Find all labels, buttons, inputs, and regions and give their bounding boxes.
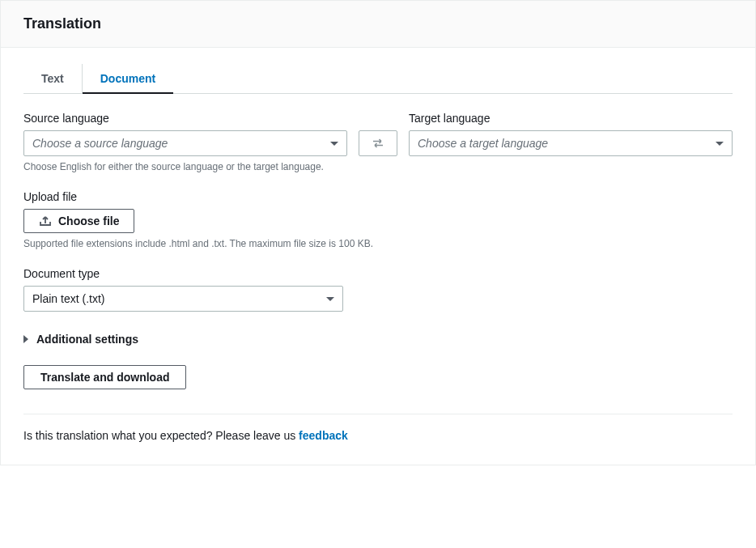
panel-header: Translation: [1, 1, 755, 48]
feedback-link[interactable]: feedback: [299, 429, 348, 442]
document-type-section: Document type Plain text (.txt): [23, 267, 733, 312]
target-language-label: Target language: [409, 112, 733, 125]
tab-text-label: Text: [41, 72, 64, 85]
swap-languages-button[interactable]: [359, 130, 397, 156]
divider: [23, 414, 733, 414]
source-language-column: Source language Choose a source language: [23, 112, 347, 156]
document-type-select[interactable]: Plain text (.txt): [23, 286, 343, 312]
document-type-label: Document type: [23, 267, 733, 280]
feedback-prompt: Is this translation what you expected? P…: [23, 429, 299, 442]
feedback-row: Is this translation what you expected? P…: [23, 429, 733, 442]
translation-panel: Translation Text Document Source languag…: [0, 0, 756, 465]
tab-document[interactable]: Document: [83, 64, 173, 93]
caret-right-icon: [23, 335, 28, 343]
chevron-down-icon: [716, 142, 724, 146]
source-language-hint: Choose English for either the source lan…: [23, 161, 733, 172]
tab-bar: Text Document: [23, 64, 733, 94]
target-language-column: Target language Choose a target language: [409, 112, 733, 156]
translate-button-label: Translate and download: [40, 371, 169, 384]
source-language-select[interactable]: Choose a source language: [23, 130, 347, 156]
upload-file-label: Upload file: [23, 190, 733, 203]
chevron-down-icon: [326, 297, 334, 301]
source-language-placeholder: Choose a source language: [32, 137, 168, 150]
chevron-down-icon: [330, 142, 338, 146]
panel-content: Text Document Source language Choose a s…: [1, 48, 755, 465]
target-language-select[interactable]: Choose a target language: [409, 130, 733, 156]
translate-and-download-button[interactable]: Translate and download: [23, 365, 186, 389]
source-language-label: Source language: [23, 112, 347, 125]
swap-icon: [372, 137, 384, 150]
upload-hint: Supported file extensions include .html …: [23, 238, 733, 249]
choose-file-label: Choose file: [58, 215, 119, 227]
additional-settings-toggle[interactable]: Additional settings: [23, 333, 138, 346]
document-type-value: Plain text (.txt): [32, 292, 104, 305]
language-row: Source language Choose a source language…: [23, 112, 733, 156]
target-language-placeholder: Choose a target language: [418, 137, 548, 150]
page-title: Translation: [23, 15, 733, 32]
additional-settings-label: Additional settings: [36, 333, 138, 346]
tab-document-label: Document: [100, 72, 155, 85]
upload-section: Upload file Choose file Supported file e…: [23, 190, 733, 249]
tab-text[interactable]: Text: [23, 64, 83, 93]
upload-icon: [39, 215, 52, 227]
choose-file-button[interactable]: Choose file: [23, 209, 134, 233]
swap-column: [359, 112, 397, 156]
